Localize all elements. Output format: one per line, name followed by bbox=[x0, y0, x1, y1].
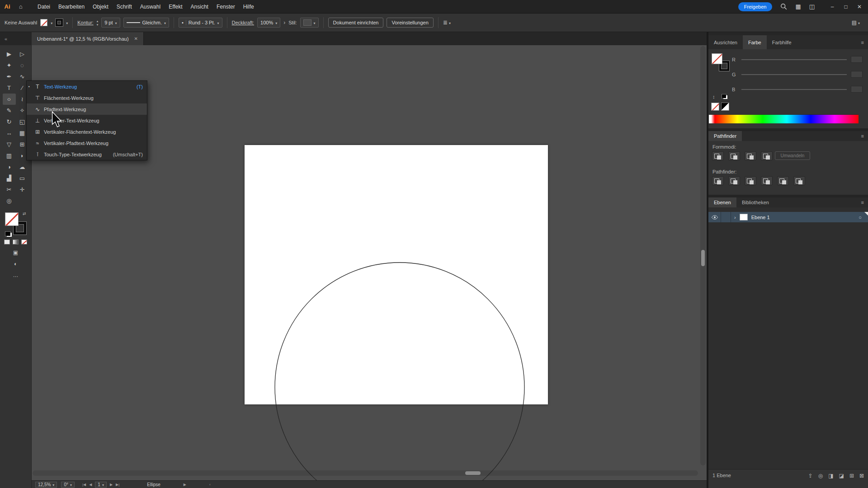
gradient-tool[interactable]: ▥ bbox=[3, 150, 16, 161]
horizontal-scrollbar[interactable] bbox=[33, 470, 698, 476]
stroke-weight-stepper[interactable] bbox=[97, 19, 99, 26]
app-logo-icon[interactable]: Ai bbox=[0, 3, 14, 10]
channel-value-input[interactable] bbox=[851, 56, 863, 63]
status-back-icon[interactable]: ‹ bbox=[209, 483, 211, 487]
visibility-toggle[interactable] bbox=[708, 212, 721, 222]
blend-tool[interactable]: ◑ bbox=[3, 161, 16, 173]
color-spectrum-bar[interactable] bbox=[709, 114, 859, 123]
fill-dropdown-icon[interactable] bbox=[51, 20, 52, 25]
black-white-swatch[interactable] bbox=[721, 103, 729, 111]
draw-normal-icon[interactable]: ▣ bbox=[13, 249, 18, 256]
status-play-icon[interactable]: ▶ bbox=[184, 483, 186, 487]
color-panel-menu-icon[interactable] bbox=[857, 35, 868, 49]
menu-bearbeiten[interactable]: Bearbeiten bbox=[54, 0, 89, 14]
artboard-tool[interactable]: ▭ bbox=[16, 173, 29, 184]
flyout-item-5[interactable]: ≈Vertikaler-Pfadtext-Werkzeug bbox=[27, 137, 147, 149]
magic-wand-tool[interactable]: ✦ bbox=[3, 60, 16, 71]
workspace-switcher-icon[interactable]: ◫ bbox=[809, 3, 815, 10]
swap-colors-icon[interactable] bbox=[712, 94, 715, 99]
pencil-tool[interactable]: ✎ bbox=[3, 105, 16, 116]
next-artboard-button[interactable]: ▶ bbox=[110, 483, 113, 487]
channel-slider[interactable] bbox=[741, 74, 847, 75]
color-fill-swatch[interactable] bbox=[712, 54, 722, 64]
zoom-tool[interactable]: ◎ bbox=[3, 195, 16, 206]
edit-toolbar-icon[interactable]: … bbox=[13, 272, 19, 278]
arrange-documents-icon[interactable]: ▦ bbox=[795, 3, 801, 10]
home-icon[interactable]: ⌂ bbox=[14, 3, 27, 10]
minus-back-button[interactable] bbox=[793, 176, 805, 185]
share-button[interactable]: Freigeben bbox=[738, 2, 773, 11]
expand-button[interactable]: Umwandeln bbox=[775, 151, 810, 160]
channel-slider[interactable] bbox=[741, 89, 847, 90]
tab-ebenen[interactable]: Ebenen bbox=[708, 197, 736, 207]
pen-tool[interactable]: ✒ bbox=[3, 71, 16, 82]
menu-schrift[interactable]: Schrift bbox=[113, 0, 136, 14]
menu-hilfe[interactable]: Hilfe bbox=[239, 0, 258, 14]
layers-panel-menu-icon[interactable] bbox=[857, 197, 868, 207]
close-button[interactable]: ✕ bbox=[856, 4, 863, 10]
hand-tool[interactable]: ✛ bbox=[16, 184, 29, 195]
exclude-button[interactable] bbox=[761, 151, 773, 160]
previous-artboard-button[interactable]: ◀ bbox=[89, 483, 92, 487]
type-tool[interactable]: T bbox=[3, 82, 16, 94]
minimize-button[interactable]: – bbox=[829, 4, 835, 10]
tab-pathfinder[interactable]: Pathfinder bbox=[708, 131, 742, 141]
maximize-button[interactable]: □ bbox=[843, 4, 849, 10]
zoom-select[interactable]: 12,5% bbox=[35, 482, 57, 488]
search-icon[interactable] bbox=[780, 3, 787, 10]
menu-ansicht[interactable]: Ansicht bbox=[187, 0, 212, 14]
symbol-sprayer-tool[interactable]: ☁ bbox=[16, 161, 29, 173]
gradient-mode-button[interactable] bbox=[13, 239, 19, 244]
expand-layer-icon[interactable]: › bbox=[734, 215, 736, 220]
flyout-item-6[interactable]: ⊺Touch-Type-Textwerkzeug(Umschalt+T) bbox=[27, 149, 147, 160]
flyout-item-1[interactable]: ⊤Flächentext-Werkzeug bbox=[27, 92, 147, 103]
last-artboard-button[interactable]: ▶| bbox=[116, 483, 119, 487]
opacity-expand-icon[interactable] bbox=[283, 19, 285, 26]
rotate-tool[interactable]: ↻ bbox=[3, 116, 16, 127]
panel-tab-farbe[interactable]: Farbe bbox=[743, 35, 767, 49]
flyout-item-0[interactable]: ▪TText-Werkzeug(T) bbox=[27, 81, 147, 92]
column-graph-tool[interactable]: ▟ bbox=[3, 173, 16, 184]
arrange-windows-icon[interactable]: ▤ bbox=[852, 19, 860, 26]
change-screen-mode-icon[interactable]: ◐ bbox=[14, 261, 17, 267]
menu-fenster[interactable]: Fenster bbox=[212, 0, 239, 14]
rotation-select[interactable]: 0° bbox=[61, 482, 75, 488]
unite-button[interactable] bbox=[712, 151, 724, 160]
vertical-scrollbar-thumb[interactable] bbox=[701, 250, 705, 266]
stroke-weight-select[interactable]: 9 pt bbox=[101, 18, 120, 28]
artboard-number-select[interactable]: 1 bbox=[95, 482, 107, 488]
width-profile-select[interactable]: Gleichm. bbox=[123, 18, 169, 28]
direct-selection-tool[interactable]: ▷ bbox=[16, 48, 29, 60]
trim-button[interactable] bbox=[728, 176, 740, 185]
default-fill-stroke-icon[interactable] bbox=[5, 232, 10, 236]
ellipse-tool[interactable]: ○ bbox=[3, 94, 16, 105]
document-tab[interactable]: Unbenannt-1* @ 12,5 % (RGB/Vorschau) ✕ bbox=[32, 32, 144, 45]
menu-datei[interactable]: Datei bbox=[33, 0, 54, 14]
lock-toggle[interactable] bbox=[721, 212, 731, 222]
make-clipping-mask-icon[interactable]: ◨ bbox=[828, 473, 833, 479]
channel-value-input[interactable] bbox=[851, 71, 863, 78]
opacity-select[interactable]: 100% bbox=[257, 18, 280, 28]
pathfinder-panel-menu-icon[interactable] bbox=[857, 131, 868, 141]
vertical-scrollbar[interactable] bbox=[700, 46, 706, 465]
outline-button[interactable] bbox=[777, 176, 789, 185]
tab-bibliotheken[interactable]: Bibliotheken bbox=[736, 197, 774, 207]
stroke-dropdown-icon[interactable] bbox=[66, 20, 68, 25]
perspective-grid-tool[interactable]: ▽ bbox=[3, 139, 16, 150]
close-tab-icon[interactable]: ✕ bbox=[134, 36, 138, 41]
align-options-icon[interactable]: ≣ bbox=[443, 19, 451, 26]
style-select[interactable] bbox=[300, 18, 319, 28]
menu-auswahl[interactable]: Auswahl bbox=[136, 0, 165, 14]
channel-value-input[interactable] bbox=[851, 86, 863, 93]
first-artboard-button[interactable]: |◀ bbox=[82, 483, 86, 487]
opacity-panel-link[interactable]: Deckkraft: bbox=[232, 20, 255, 25]
flyout-item-2[interactable]: ∿Pfadtext-Werkzeug bbox=[27, 103, 147, 115]
selection-tool[interactable]: ▶ bbox=[3, 48, 16, 60]
new-sublayer-icon[interactable]: ◪ bbox=[839, 473, 844, 479]
target-circle-icon[interactable]: ○ bbox=[859, 215, 862, 220]
panel-tab-ausrichten[interactable]: Ausrichten bbox=[708, 35, 743, 49]
panel-tab-farbhilfe[interactable]: Farbhilfe bbox=[767, 35, 797, 49]
horizontal-scrollbar-thumb[interactable] bbox=[465, 471, 481, 475]
none-mode-button[interactable] bbox=[21, 239, 27, 244]
swap-fill-stroke-icon[interactable] bbox=[23, 211, 26, 216]
